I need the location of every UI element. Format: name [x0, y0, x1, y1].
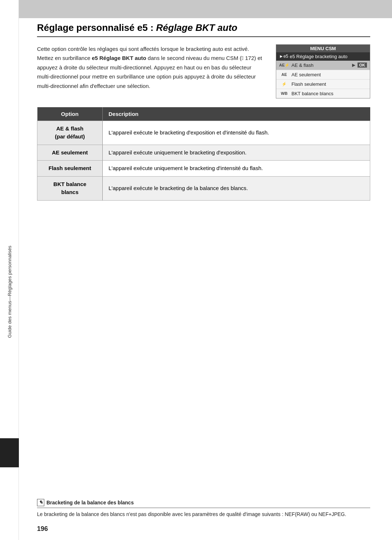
page-number: 196	[37, 525, 48, 533]
menu-selected-label: e5 Réglage bracketing auto	[290, 54, 347, 59]
main-content: Réglage personnalisé e5 : Réglage BKT au…	[19, 0, 392, 540]
table-header-option: Option	[37, 107, 103, 121]
page-title: Réglage personnalisé e5 : Réglage BKT au…	[37, 22, 370, 37]
ok-badge: OK	[358, 63, 367, 68]
body-text: Cette option contrôle les réglages qui s…	[37, 44, 265, 91]
description-flash-only: L'appareil exécute uniquement le bracket…	[103, 161, 370, 177]
sidebar-black-bar	[0, 438, 19, 467]
description-bkt-wb: L'appareil exécute le bracketing de la b…	[103, 176, 370, 200]
ae-flash-icon: AE⚡	[279, 63, 289, 68]
flash-only-label: Flash seulement	[291, 81, 367, 87]
title-italic: Réglage BKT auto	[156, 22, 237, 33]
footer-note-text: Le bracketing de la balance des blancs n…	[37, 510, 370, 518]
menu-title: MENU CSM	[310, 46, 336, 51]
option-ae-flash-sub: (par défaut)	[55, 133, 85, 140]
sidebar-label: Guide des menus—Réglages personnalisés	[7, 246, 12, 338]
ae-only-icon: AE	[279, 72, 289, 77]
description-ae-flash: L'appareil exécute le bracketing d'expos…	[103, 121, 370, 145]
footer-note-title-text: Bracketing de la balance des blancs	[46, 500, 134, 505]
option-flash-only: Flash seulement	[37, 161, 103, 177]
bkt-wb-label: BKT balance blancs	[291, 91, 367, 96]
ae-flash-arrow: ▶	[352, 63, 355, 68]
menu-row-bkt-wb: WB BKT balance blancs	[276, 89, 370, 98]
ae-flash-label: AE & flash	[291, 63, 350, 68]
camera-menu-box: MENU CSM ►e5 e5 Réglage bracketing auto …	[276, 44, 370, 98]
description-ae-only: L'appareil exécute uniquement le bracket…	[103, 145, 370, 161]
note-icon: ✎	[37, 499, 44, 506]
menu-rows: AE⚡ AE & flash ▶ OK AE AE seulement ⚡ Fl…	[276, 61, 370, 98]
menu-row-ae-flash: AE⚡ AE & flash ▶ OK	[276, 61, 370, 70]
title-main: Réglage personnalisé e5 :	[37, 22, 156, 33]
table-row: AE & flash (par défaut) L'appareil exécu…	[37, 121, 370, 145]
footer-note: ✎ Bracketing de la balance des blancs Le…	[37, 499, 370, 518]
option-ae-only: AE seulement	[37, 145, 103, 161]
table-row: BKT balanceblancs L'appareil exécute le …	[37, 176, 370, 200]
footer-note-title-row: ✎ Bracketing de la balance des blancs	[37, 499, 370, 508]
table-header-description: Description	[103, 107, 370, 121]
bkt-wb-icon: WB	[279, 91, 289, 96]
menu-row-flash-only: ⚡ Flash seulement	[276, 80, 370, 89]
options-table: Option Description AE & flash (par défau…	[37, 107, 370, 201]
table-row: AE seulement L'appareil exécute uniqueme…	[37, 145, 370, 161]
sidebar: Guide des menus—Réglages personnalisés	[0, 0, 19, 540]
content-top-section: Cette option contrôle les réglages qui s…	[37, 44, 370, 98]
body-paragraph: Cette option contrôle les réglages qui s…	[37, 44, 265, 98]
table-row: Flash seulement L'appareil exécute uniqu…	[37, 161, 370, 177]
menu-e5-label: ►e5	[279, 54, 288, 59]
option-ae-flash: AE & flash (par défaut)	[37, 121, 103, 145]
flash-only-icon: ⚡	[279, 82, 289, 86]
option-bkt-wb: BKT balanceblancs	[37, 176, 103, 200]
menu-row-ae-only: AE AE seulement	[276, 70, 370, 80]
ae-only-label: AE seulement	[291, 72, 367, 77]
menu-selected-row: ►e5 e5 Réglage bracketing auto	[276, 52, 370, 61]
menu-title-bar: MENU CSM	[276, 45, 370, 52]
